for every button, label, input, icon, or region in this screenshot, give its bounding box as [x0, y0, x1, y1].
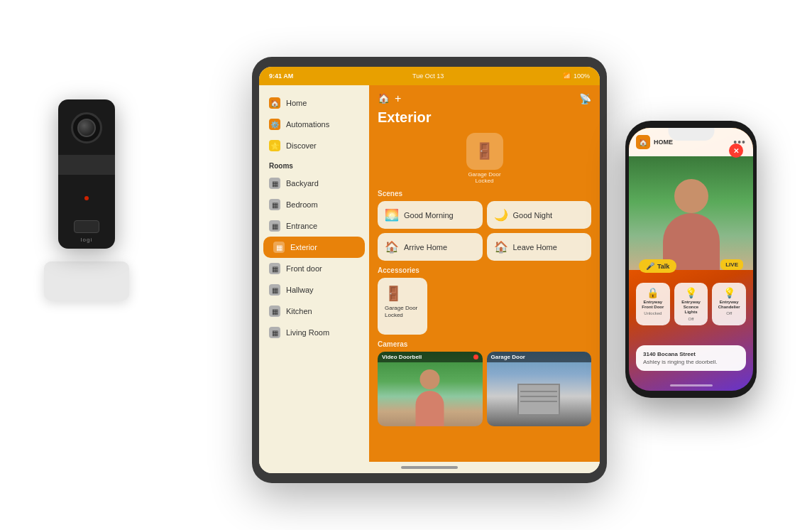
- doorbell-camera-label: Video Doorbell: [382, 354, 422, 360]
- good-night-label: Good Night: [513, 211, 553, 220]
- scenes-grid: 🌅 Good Morning 🌙 Good Night 🏠 Arrive Hom…: [378, 201, 591, 261]
- doorbell-camera-label-bar: Video Doorbell: [378, 352, 483, 362]
- cameras-grid: Video Doorbell: [378, 352, 591, 426]
- doorbell-device: logi: [44, 99, 129, 301]
- sidebar-home-label: Home: [286, 99, 307, 107]
- notification-address: 3140 Bocana Street: [643, 351, 739, 357]
- sidebar-item-home[interactable]: 🏠 Home: [259, 92, 369, 114]
- accessories-section-label: Accessories: [378, 266, 591, 274]
- sidebar-item-backyard[interactable]: ▦ Backyard: [259, 173, 369, 194]
- close-button[interactable]: ✕: [729, 144, 743, 158]
- arrive-home-icon: 🏠: [385, 240, 399, 254]
- phone-accessory-sconce[interactable]: 💡 Entryway Sconce Lights Off: [674, 283, 708, 325]
- phone-home-indicator: [670, 384, 713, 386]
- sidebar-item-automations[interactable]: ⚙️ Automations: [259, 114, 369, 135]
- living-room-icon: ▦: [269, 327, 280, 338]
- tablet-sidebar: 🏠 Home ⚙️ Automations ⭐ Discover Rooms: [259, 85, 369, 462]
- phone-accessory-chandelier[interactable]: 💡 Entryway Chandelier Off: [712, 283, 746, 325]
- status-date: Tue Oct 13: [412, 72, 444, 80]
- backyard-icon: ▦: [269, 178, 280, 189]
- battery-label: 100%: [574, 72, 590, 80]
- sidebar-item-living-room[interactable]: ▦ Living Room: [259, 322, 369, 343]
- tablet-status-bar: 9:41 AM Tue Oct 13 📶 100%: [259, 67, 600, 85]
- good-morning-icon: 🌅: [385, 208, 399, 222]
- phone-notification: 3140 Bocana Street Ashley is ringing the…: [636, 345, 746, 371]
- phone-accessory-front-door[interactable]: 🔒 Entryway Front Door Unlocked: [636, 283, 670, 325]
- camera-garage[interactable]: Garage Door: [487, 352, 592, 426]
- chandelier-accessory-icon: 💡: [723, 287, 735, 298]
- sidebar-living-room-label: Living Room: [286, 328, 329, 337]
- garage-camera-label: Garage Door: [491, 354, 525, 360]
- scene-good-night[interactable]: 🌙 Good Night: [487, 201, 592, 229]
- phone-device: 🏠 HOME ••• ✕ 🎤 Talk: [625, 121, 757, 398]
- garage-door-header-icon: 🚪 Garage DoorLocked: [378, 133, 591, 184]
- garage-line-2: [520, 396, 557, 397]
- phone-screen: 🏠 HOME ••• ✕ 🎤 Talk: [629, 128, 753, 391]
- exterior-icon: ▦: [273, 242, 285, 253]
- phone-header-title: HOME: [654, 139, 733, 146]
- sidebar-front-door-label: Front door: [286, 264, 322, 273]
- scene-good-morning[interactable]: 🌅 Good Morning: [378, 201, 483, 229]
- sidebar-bedroom-label: Bedroom: [286, 200, 318, 209]
- leave-home-label: Leave Home: [513, 243, 557, 252]
- sidebar-entrance-label: Entrance: [286, 222, 317, 230]
- tablet-top-bar: 🏠 + 📡: [378, 92, 591, 105]
- phone-person: [663, 179, 720, 270]
- talk-icon: 🎤: [646, 262, 654, 270]
- phone-header-home-icon: 🏠: [636, 135, 650, 149]
- camera-doorbell[interactable]: Video Doorbell: [378, 352, 483, 426]
- add-button[interactable]: +: [395, 92, 401, 105]
- sidebar-item-discover[interactable]: ⭐ Discover: [259, 135, 369, 156]
- mic-icon[interactable]: 📡: [579, 93, 591, 104]
- rooms-section-title: Rooms: [259, 156, 369, 173]
- cameras-section-label: Cameras: [378, 340, 591, 348]
- hallway-icon: ▦: [269, 284, 280, 296]
- doorbell-brand-label: logi: [81, 237, 92, 243]
- accessory-garage-icon: 🚪: [385, 285, 420, 302]
- status-right: 📶 100%: [563, 72, 590, 80]
- garage-camera-preview: [487, 352, 592, 426]
- phone-preview-area: [629, 156, 753, 270]
- talk-button[interactable]: 🎤 Talk: [639, 259, 676, 273]
- arrive-home-label: Arrive Home: [404, 243, 447, 252]
- sidebar-item-entrance[interactable]: ▦ Entrance: [259, 215, 369, 237]
- accessories-grid: 🚪 Garage Door Locked: [378, 278, 591, 335]
- person-in-doorbell: [410, 369, 449, 426]
- bedroom-icon: ▦: [269, 199, 280, 210]
- accessory-garage-name: Garage Door Locked: [385, 305, 420, 318]
- page-title: Exterior: [378, 109, 591, 126]
- front-door-accessory-icon: 🔒: [647, 287, 659, 298]
- home-bar-pill: [401, 466, 458, 469]
- scene-leave-home[interactable]: 🏠 Leave Home: [487, 233, 592, 261]
- garage-door-lines: [520, 391, 557, 402]
- garage-door-header-label: Garage DoorLocked: [468, 171, 500, 184]
- notification-message: Ashley is ringing the doorbell.: [643, 359, 739, 365]
- sidebar-item-hallway[interactable]: ▦ Hallway: [259, 279, 369, 301]
- entrance-icon: ▦: [269, 220, 280, 232]
- accessory-garage-door[interactable]: 🚪 Garage Door Locked: [378, 278, 427, 335]
- doorbell-lens: [77, 119, 96, 137]
- home-nav-icon[interactable]: 🏠: [378, 92, 390, 105]
- doorbell-stripe: [58, 155, 115, 175]
- tablet-device: 9:41 AM Tue Oct 13 📶 100% 🏠 Home: [252, 57, 607, 483]
- sidebar-item-bedroom[interactable]: ▦ Bedroom: [259, 194, 369, 215]
- tablet-content: 🏠 Home ⚙️ Automations ⭐ Discover Rooms: [259, 85, 600, 462]
- sidebar-item-kitchen[interactable]: ▦ Kitchen: [259, 301, 369, 322]
- doorbell-camera-preview: [378, 352, 483, 426]
- scene-arrive-home[interactable]: 🏠 Arrive Home: [378, 233, 483, 261]
- tablet-main-area: 🏠 + 📡 Exterior 🚪 Garage DoorLocked Scene…: [369, 85, 600, 462]
- garage-door-preview: [517, 384, 560, 416]
- tablet-frame: 9:41 AM Tue Oct 13 📶 100% 🏠 Home: [252, 57, 607, 483]
- doorbell-camera: [71, 112, 102, 144]
- kitchen-icon: ▦: [269, 305, 280, 317]
- tablet-home-bar: [259, 462, 600, 473]
- sidebar-item-exterior[interactable]: ▦ Exterior: [263, 237, 365, 258]
- front-door-accessory-name: Entryway Front Door: [639, 300, 667, 310]
- doorbell-button[interactable]: [74, 220, 99, 233]
- home-icon: 🏠: [269, 97, 280, 109]
- rec-dot: [473, 355, 478, 359]
- sidebar-item-front-door[interactable]: ▦ Front door: [259, 258, 369, 279]
- garage-line-3: [520, 401, 557, 402]
- automations-icon: ⚙️: [269, 119, 280, 130]
- good-morning-label: Good Morning: [404, 211, 454, 220]
